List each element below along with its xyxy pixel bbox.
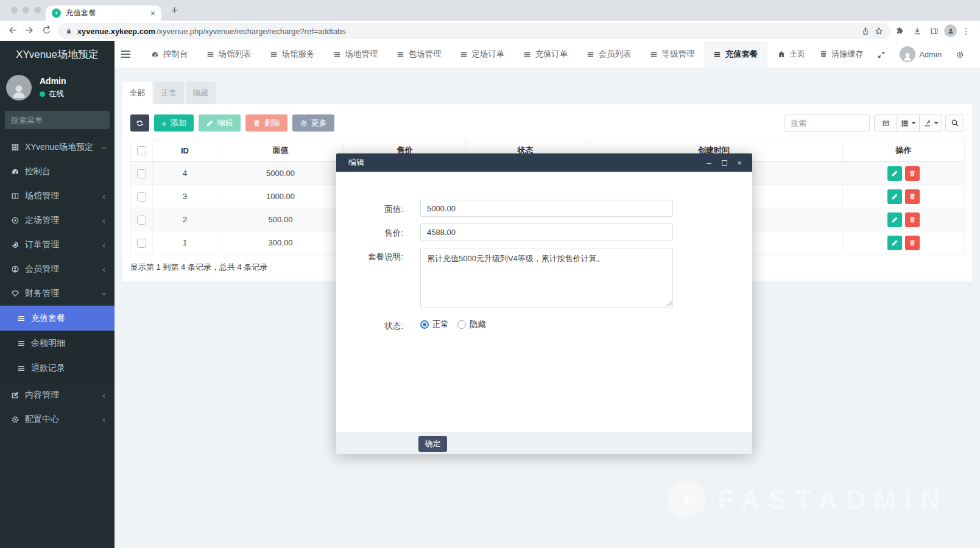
search-toggle-button[interactable] (945, 114, 964, 132)
delete-button[interactable]: 删除 (245, 114, 287, 132)
dialog-titlebar[interactable]: 编辑 – × (336, 153, 752, 172)
edit-button[interactable]: 编辑 (199, 114, 241, 132)
add-button[interactable]: +添加 (154, 114, 194, 132)
tab-member-list[interactable]: 会员列表 (577, 41, 641, 68)
home-icon (777, 50, 786, 58)
row-checkbox[interactable] (137, 192, 146, 202)
close-icon[interactable]: × (735, 158, 744, 167)
url-bar[interactable]: xyvenue.xykeep.com/xyvenue.php/xyvenue/r… (58, 23, 890, 39)
bookmark-star-icon[interactable] (875, 27, 883, 35)
face-value-input[interactable] (420, 200, 673, 217)
row-delete-button[interactable] (905, 189, 920, 204)
row-checkbox[interactable] (137, 239, 146, 248)
sidebar-item-orders[interactable]: 订单管理 (0, 233, 115, 257)
filter-tab-all[interactable]: 全部 (122, 82, 152, 104)
sidebar-item-venues[interactable]: 场馆管理 (0, 184, 115, 208)
list-icon (206, 51, 214, 58)
row-checkbox[interactable] (137, 216, 146, 225)
browser-profile-avatar[interactable] (944, 24, 957, 37)
tab-venue-service[interactable]: 场馆服务 (261, 41, 324, 68)
traffic-lights[interactable] (11, 7, 41, 13)
sidebar-item-dashboard[interactable]: 控制台 (0, 160, 115, 184)
filter-tab-hidden[interactable]: 隐藏 (186, 82, 216, 104)
downloads-icon[interactable] (913, 26, 922, 35)
tab-field-manage[interactable]: 场地管理 (324, 41, 387, 68)
side-panel-icon[interactable] (930, 26, 939, 35)
row-delete-button[interactable] (905, 166, 920, 181)
refresh-icon (136, 119, 144, 127)
export-icon (923, 119, 931, 127)
home-button[interactable]: 主页 (777, 49, 805, 60)
columns-toggle-button[interactable] (897, 114, 920, 132)
tab-package-field[interactable]: 包场管理 (387, 41, 451, 68)
radio-unchecked-icon[interactable] (457, 320, 466, 329)
tab-dashboard[interactable]: 控制台 (142, 41, 197, 68)
browser-tab[interactable]: 充值套餐 × (46, 5, 161, 21)
user-menu[interactable]: Admin (900, 46, 942, 62)
settings-button[interactable] (956, 49, 964, 59)
fullscreen-button[interactable] (877, 49, 886, 59)
row-delete-button[interactable] (905, 236, 920, 250)
refresh-button[interactable] (130, 114, 149, 132)
sidebar-item-refund-records[interactable]: 退款记录 (0, 356, 115, 381)
sidebar-item-finance[interactable]: 财务管理 (0, 281, 115, 306)
sidebar-item-app-root[interactable]: XYvenue场地预定 (0, 135, 115, 160)
select-all-checkbox[interactable] (137, 146, 146, 155)
radio-checked-icon[interactable] (420, 320, 429, 329)
new-tab-button[interactable]: + (171, 4, 178, 17)
close-tab-icon[interactable]: × (150, 9, 155, 18)
tab-recharge-packages[interactable]: 充值套餐 (704, 41, 767, 68)
clear-cache-button[interactable]: 清除缓存 (819, 49, 863, 60)
sidebar-item-booking[interactable]: 定场管理 (0, 208, 115, 233)
pencil-icon (891, 239, 898, 247)
lock-icon (65, 27, 72, 35)
chevron-left-icon (100, 240, 107, 250)
sidebar-item-members[interactable]: 会员管理 (0, 257, 115, 281)
filter-tab-normal[interactable]: 正常 (154, 82, 184, 104)
row-edit-button[interactable] (887, 166, 902, 181)
trash-icon (819, 50, 828, 58)
list-icon (460, 51, 468, 58)
reload-icon[interactable] (41, 25, 52, 35)
hamburger-icon[interactable] (121, 41, 142, 68)
row-edit-button[interactable] (887, 236, 902, 250)
minimize-icon[interactable]: – (705, 158, 713, 167)
confirm-button[interactable]: 确定 (418, 436, 447, 452)
export-button[interactable] (919, 114, 942, 132)
resize-grip-icon[interactable] (666, 300, 672, 306)
price-input[interactable] (420, 223, 673, 241)
detail-view-button[interactable] (874, 114, 897, 132)
sidebar-item-config[interactable]: 配置中心 (0, 407, 115, 432)
more-button[interactable]: 更多 (292, 114, 334, 132)
share-icon[interactable] (861, 27, 870, 35)
table-search-input[interactable] (784, 114, 870, 132)
fastadmin-watermark: FASTADMIN (668, 481, 948, 519)
trash-icon (909, 170, 916, 177)
sidebar-item-recharge-packages[interactable]: 充值套餐 (0, 306, 115, 331)
sidebar-search-input[interactable] (11, 116, 118, 125)
top-nav: 控制台 场馆列表 场馆服务 场地管理 包场管理 定场订单 充值订单 会员列表 等… (115, 41, 980, 68)
maximize-icon[interactable] (720, 158, 728, 167)
sidebar-item-content[interactable]: 内容管理 (0, 383, 115, 407)
row-edit-button[interactable] (887, 213, 902, 227)
row-delete-button[interactable] (905, 213, 920, 227)
dialog-title: 编辑 (348, 157, 705, 168)
tab-booking-orders[interactable]: 定场订单 (451, 41, 514, 68)
status-radio-normal[interactable]: 正常 (420, 319, 449, 330)
back-icon[interactable] (7, 25, 18, 35)
sidebar-search[interactable] (5, 111, 110, 129)
watermark-text: FASTADMIN (717, 485, 948, 515)
sidebar-item-balance-detail[interactable]: 余额明细 (0, 331, 115, 356)
forward-icon[interactable] (24, 25, 35, 35)
description-textarea[interactable]: 累计充值5000元升级到V4等级，累计按售价计算。 (420, 248, 673, 307)
status-radio-hidden[interactable]: 隐藏 (457, 319, 486, 330)
row-checkbox[interactable] (137, 169, 146, 178)
table-search[interactable] (784, 114, 870, 132)
browser-menu-icon[interactable]: ⋮ (962, 26, 970, 36)
row-edit-button[interactable] (887, 189, 902, 204)
tab-venue-list[interactable]: 场馆列表 (197, 41, 261, 68)
tab-recharge-orders[interactable]: 充值订单 (514, 41, 577, 68)
tab-level-manage[interactable]: 等级管理 (641, 41, 704, 68)
avatar (6, 75, 32, 100)
extensions-puzzle-icon[interactable] (895, 26, 904, 35)
